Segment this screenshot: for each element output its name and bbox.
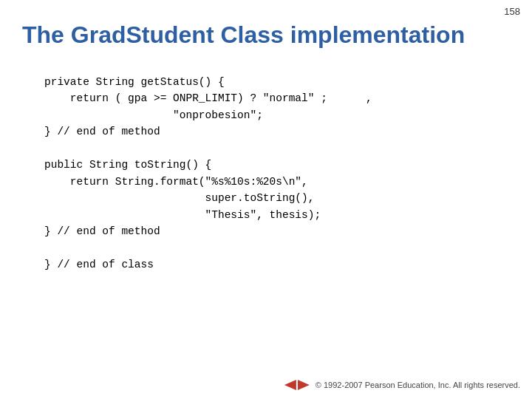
copyright-text: © 1992-2007 Pearson Education, Inc. All …: [316, 381, 520, 389]
slide: 158 The GradStudent Class implementation…: [0, 0, 532, 399]
page-number: 158: [504, 6, 520, 17]
code-block: private String getStatus() { return ( gp…: [44, 74, 510, 273]
slide-title: The GradStudent Class implementation: [22, 21, 510, 49]
prev-button[interactable]: [284, 380, 296, 390]
code-line-1: private String getStatus() { return ( gp…: [44, 76, 372, 270]
footer: © 1992-2007 Pearson Education, Inc. All …: [284, 380, 520, 390]
nav-buttons[interactable]: [284, 380, 310, 390]
next-button[interactable]: [298, 380, 310, 390]
